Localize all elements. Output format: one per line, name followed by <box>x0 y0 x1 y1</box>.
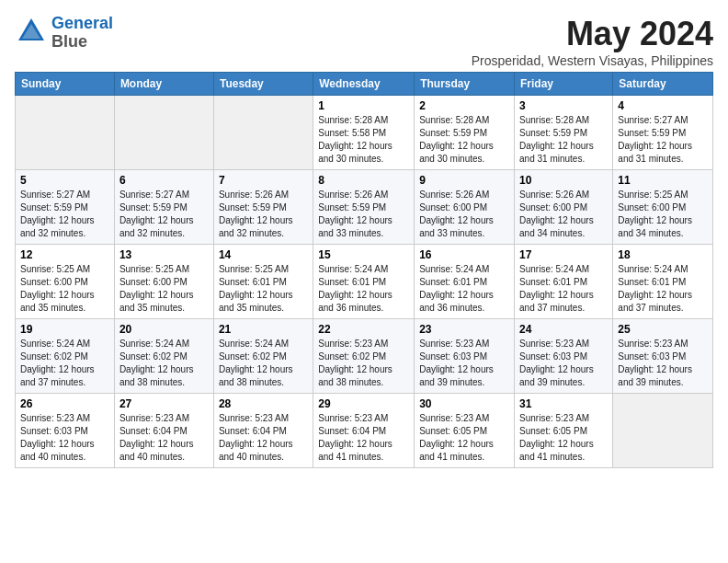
day-cell: 28Sunrise: 5:23 AM Sunset: 6:04 PM Dayli… <box>213 394 313 468</box>
day-info: Sunrise: 5:23 AM Sunset: 6:04 PM Dayligh… <box>219 412 308 464</box>
header-row: SundayMondayTuesdayWednesdayThursdayFrid… <box>16 73 713 96</box>
header-cell-thursday: Thursday <box>415 73 515 96</box>
day-cell: 29Sunrise: 5:23 AM Sunset: 6:04 PM Dayli… <box>313 394 415 468</box>
day-info: Sunrise: 5:23 AM Sunset: 6:02 PM Dayligh… <box>318 338 409 389</box>
day-number: 29 <box>318 397 409 410</box>
day-cell: 24Sunrise: 5:23 AM Sunset: 6:03 PM Dayli… <box>515 319 613 394</box>
day-info: Sunrise: 5:25 AM Sunset: 6:00 PM Dayligh… <box>20 263 109 315</box>
day-number: 8 <box>318 174 409 187</box>
day-cell: 25Sunrise: 5:23 AM Sunset: 6:03 PM Dayli… <box>613 319 713 394</box>
day-info: Sunrise: 5:25 AM Sunset: 6:01 PM Dayligh… <box>219 263 308 315</box>
day-cell <box>213 96 313 170</box>
header-cell-monday: Monday <box>114 73 213 96</box>
day-number: 17 <box>519 248 608 261</box>
week-row-4: 19Sunrise: 5:24 AM Sunset: 6:02 PM Dayli… <box>16 319 713 394</box>
header-cell-sunday: Sunday <box>16 73 115 96</box>
day-info: Sunrise: 5:24 AM Sunset: 6:02 PM Dayligh… <box>119 338 209 389</box>
day-info: Sunrise: 5:26 AM Sunset: 5:59 PM Dayligh… <box>219 189 308 240</box>
day-cell: 2Sunrise: 5:28 AM Sunset: 5:59 PM Daylig… <box>415 96 515 170</box>
logo-icon <box>15 15 48 48</box>
day-cell: 4Sunrise: 5:27 AM Sunset: 5:59 PM Daylig… <box>613 96 713 170</box>
day-cell <box>114 96 213 170</box>
day-cell: 12Sunrise: 5:25 AM Sunset: 6:00 PM Dayli… <box>16 245 115 319</box>
header-cell-saturday: Saturday <box>613 73 713 96</box>
day-number: 12 <box>20 248 109 261</box>
day-info: Sunrise: 5:24 AM Sunset: 6:01 PM Dayligh… <box>419 263 509 315</box>
day-number: 1 <box>318 99 409 112</box>
day-number: 4 <box>618 99 708 112</box>
day-number: 19 <box>20 323 109 336</box>
day-cell: 9Sunrise: 5:26 AM Sunset: 6:00 PM Daylig… <box>415 170 515 245</box>
day-cell: 1Sunrise: 5:28 AM Sunset: 5:58 PM Daylig… <box>313 96 415 170</box>
day-cell: 7Sunrise: 5:26 AM Sunset: 5:59 PM Daylig… <box>213 170 313 245</box>
week-row-5: 26Sunrise: 5:23 AM Sunset: 6:03 PM Dayli… <box>16 394 713 468</box>
day-info: Sunrise: 5:23 AM Sunset: 6:03 PM Dayligh… <box>618 338 708 389</box>
day-number: 15 <box>318 248 409 261</box>
header-cell-wednesday: Wednesday <box>313 73 415 96</box>
day-info: Sunrise: 5:23 AM Sunset: 6:03 PM Dayligh… <box>419 338 509 389</box>
day-cell: 20Sunrise: 5:24 AM Sunset: 6:02 PM Dayli… <box>114 319 213 394</box>
day-cell <box>16 96 115 170</box>
month-title: May 2024 <box>472 15 713 53</box>
day-info: Sunrise: 5:24 AM Sunset: 6:01 PM Dayligh… <box>318 263 409 315</box>
day-cell: 26Sunrise: 5:23 AM Sunset: 6:03 PM Dayli… <box>16 394 115 468</box>
day-info: Sunrise: 5:28 AM Sunset: 5:59 PM Dayligh… <box>419 114 509 166</box>
day-number: 6 <box>119 174 209 187</box>
logo-text: GeneralBlue <box>51 15 113 52</box>
day-info: Sunrise: 5:26 AM Sunset: 5:59 PM Dayligh… <box>318 189 409 240</box>
day-cell: 13Sunrise: 5:25 AM Sunset: 6:00 PM Dayli… <box>114 245 213 319</box>
day-number: 14 <box>219 248 308 261</box>
header-cell-tuesday: Tuesday <box>213 73 313 96</box>
day-info: Sunrise: 5:27 AM Sunset: 5:59 PM Dayligh… <box>618 114 708 166</box>
logo: GeneralBlue <box>15 15 113 52</box>
day-number: 27 <box>119 397 209 410</box>
day-cell: 27Sunrise: 5:23 AM Sunset: 6:04 PM Dayli… <box>114 394 213 468</box>
day-info: Sunrise: 5:27 AM Sunset: 5:59 PM Dayligh… <box>119 189 209 240</box>
day-number: 10 <box>519 174 608 187</box>
day-number: 31 <box>519 397 608 410</box>
page-header: GeneralBlue May 2024 Prosperidad, Wester… <box>15 15 713 68</box>
day-cell: 22Sunrise: 5:23 AM Sunset: 6:02 PM Dayli… <box>313 319 415 394</box>
day-cell: 5Sunrise: 5:27 AM Sunset: 5:59 PM Daylig… <box>16 170 115 245</box>
header-cell-friday: Friday <box>515 73 613 96</box>
day-cell: 30Sunrise: 5:23 AM Sunset: 6:05 PM Dayli… <box>415 394 515 468</box>
day-number: 9 <box>419 174 509 187</box>
day-number: 24 <box>519 323 608 336</box>
day-info: Sunrise: 5:28 AM Sunset: 5:58 PM Dayligh… <box>318 114 409 166</box>
day-cell: 15Sunrise: 5:24 AM Sunset: 6:01 PM Dayli… <box>313 245 415 319</box>
day-number: 22 <box>318 323 409 336</box>
day-info: Sunrise: 5:23 AM Sunset: 6:04 PM Dayligh… <box>119 412 209 464</box>
day-info: Sunrise: 5:26 AM Sunset: 6:00 PM Dayligh… <box>419 189 509 240</box>
day-number: 21 <box>219 323 308 336</box>
day-info: Sunrise: 5:25 AM Sunset: 6:00 PM Dayligh… <box>119 263 209 315</box>
day-cell: 21Sunrise: 5:24 AM Sunset: 6:02 PM Dayli… <box>213 319 313 394</box>
week-row-1: 1Sunrise: 5:28 AM Sunset: 5:58 PM Daylig… <box>16 96 713 170</box>
day-cell: 3Sunrise: 5:28 AM Sunset: 5:59 PM Daylig… <box>515 96 613 170</box>
day-number: 3 <box>519 99 608 112</box>
calendar-table: SundayMondayTuesdayWednesdayThursdayFrid… <box>15 72 713 468</box>
day-number: 26 <box>20 397 109 410</box>
day-cell: 8Sunrise: 5:26 AM Sunset: 5:59 PM Daylig… <box>313 170 415 245</box>
day-info: Sunrise: 5:24 AM Sunset: 6:01 PM Dayligh… <box>519 263 608 315</box>
day-cell: 10Sunrise: 5:26 AM Sunset: 6:00 PM Dayli… <box>515 170 613 245</box>
day-info: Sunrise: 5:28 AM Sunset: 5:59 PM Dayligh… <box>519 114 608 166</box>
day-cell: 6Sunrise: 5:27 AM Sunset: 5:59 PM Daylig… <box>114 170 213 245</box>
day-info: Sunrise: 5:23 AM Sunset: 6:04 PM Dayligh… <box>318 412 409 464</box>
day-number: 13 <box>119 248 209 261</box>
day-cell: 14Sunrise: 5:25 AM Sunset: 6:01 PM Dayli… <box>213 245 313 319</box>
day-info: Sunrise: 5:27 AM Sunset: 5:59 PM Dayligh… <box>20 189 109 240</box>
day-number: 2 <box>419 99 509 112</box>
day-number: 30 <box>419 397 509 410</box>
day-info: Sunrise: 5:26 AM Sunset: 6:00 PM Dayligh… <box>519 189 608 240</box>
day-cell: 31Sunrise: 5:23 AM Sunset: 6:05 PM Dayli… <box>515 394 613 468</box>
day-number: 23 <box>419 323 509 336</box>
day-cell: 17Sunrise: 5:24 AM Sunset: 6:01 PM Dayli… <box>515 245 613 319</box>
day-cell: 18Sunrise: 5:24 AM Sunset: 6:01 PM Dayli… <box>613 245 713 319</box>
day-number: 5 <box>20 174 109 187</box>
day-number: 16 <box>419 248 509 261</box>
day-info: Sunrise: 5:23 AM Sunset: 6:05 PM Dayligh… <box>519 412 608 464</box>
day-number: 11 <box>618 174 708 187</box>
day-info: Sunrise: 5:24 AM Sunset: 6:02 PM Dayligh… <box>20 338 109 389</box>
title-block: May 2024 Prosperidad, Western Visayas, P… <box>472 15 713 68</box>
week-row-2: 5Sunrise: 5:27 AM Sunset: 5:59 PM Daylig… <box>16 170 713 245</box>
